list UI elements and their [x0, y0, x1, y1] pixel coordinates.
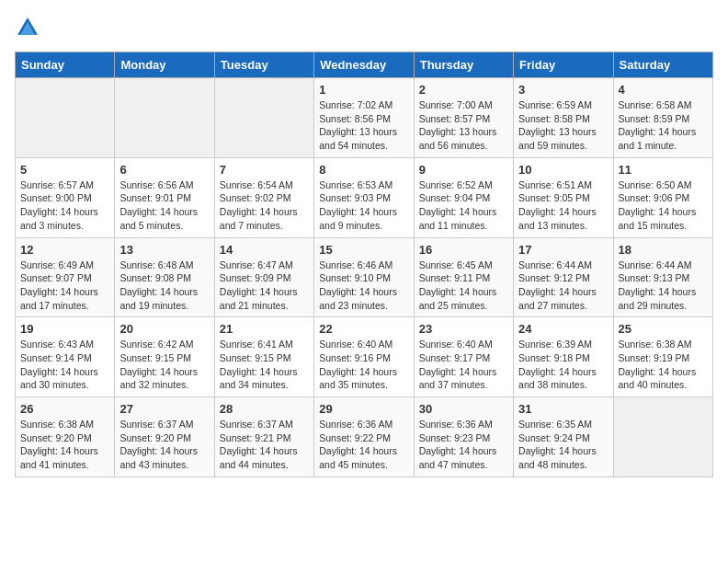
- weekday-header-thursday: Thursday: [414, 52, 513, 78]
- day-number: 19: [20, 322, 109, 336]
- day-number: 26: [20, 402, 109, 416]
- day-info: Sunrise: 6:37 AM Sunset: 9:20 PM Dayligh…: [119, 418, 209, 472]
- day-number: 14: [220, 243, 309, 257]
- day-info: Sunrise: 6:44 AM Sunset: 9:12 PM Dayligh…: [518, 259, 608, 313]
- day-number: 21: [220, 322, 309, 336]
- day-number: 9: [419, 163, 508, 177]
- calendar-cell: 23Sunrise: 6:40 AM Sunset: 9:17 PM Dayli…: [414, 317, 513, 397]
- day-number: 11: [619, 163, 708, 177]
- day-number: 5: [20, 163, 109, 177]
- calendar-cell: 29Sunrise: 6:36 AM Sunset: 9:22 PM Dayli…: [314, 397, 414, 477]
- calendar-table: SundayMondayTuesdayWednesdayThursdayFrid…: [15, 52, 713, 477]
- weekday-header-tuesday: Tuesday: [214, 52, 313, 78]
- logo: [15, 15, 44, 40]
- day-info: Sunrise: 6:35 AM Sunset: 9:24 PM Dayligh…: [518, 418, 608, 472]
- calendar-cell: [214, 78, 313, 158]
- day-info: Sunrise: 6:44 AM Sunset: 9:13 PM Dayligh…: [619, 259, 708, 313]
- day-number: 30: [419, 402, 508, 416]
- calendar-cell: 4Sunrise: 6:58 AM Sunset: 8:59 PM Daylig…: [613, 78, 712, 158]
- calendar-cell: [613, 397, 712, 477]
- weekday-header-sunday: Sunday: [16, 52, 115, 78]
- calendar-week-row: 12Sunrise: 6:49 AM Sunset: 9:07 PM Dayli…: [16, 237, 713, 317]
- calendar-cell: 21Sunrise: 6:41 AM Sunset: 9:15 PM Dayli…: [214, 317, 313, 397]
- calendar-cell: 3Sunrise: 6:59 AM Sunset: 8:58 PM Daylig…: [514, 78, 613, 158]
- day-number: 3: [518, 83, 608, 97]
- day-info: Sunrise: 6:36 AM Sunset: 9:23 PM Dayligh…: [419, 418, 508, 472]
- day-number: 7: [220, 163, 309, 177]
- calendar-cell: 22Sunrise: 6:40 AM Sunset: 9:16 PM Dayli…: [314, 317, 414, 397]
- calendar-cell: 16Sunrise: 6:45 AM Sunset: 9:11 PM Dayli…: [414, 237, 513, 317]
- calendar-cell: 13Sunrise: 6:48 AM Sunset: 9:08 PM Dayli…: [115, 237, 214, 317]
- day-info: Sunrise: 6:57 AM Sunset: 9:00 PM Dayligh…: [20, 178, 109, 233]
- weekday-header-row: SundayMondayTuesdayWednesdayThursdayFrid…: [16, 52, 713, 78]
- weekday-header-saturday: Saturday: [613, 52, 712, 78]
- day-info: Sunrise: 6:42 AM Sunset: 9:15 PM Dayligh…: [119, 338, 209, 392]
- calendar-cell: 12Sunrise: 6:49 AM Sunset: 9:07 PM Dayli…: [16, 237, 115, 317]
- day-number: 6: [119, 163, 209, 177]
- day-info: Sunrise: 6:36 AM Sunset: 9:22 PM Dayligh…: [319, 418, 408, 472]
- calendar-cell: 11Sunrise: 6:50 AM Sunset: 9:06 PM Dayli…: [613, 157, 712, 237]
- day-info: Sunrise: 6:39 AM Sunset: 9:18 PM Dayligh…: [518, 338, 608, 392]
- day-info: Sunrise: 6:38 AM Sunset: 9:19 PM Dayligh…: [619, 338, 708, 392]
- day-number: 31: [518, 402, 608, 416]
- day-number: 1: [319, 83, 408, 97]
- calendar-cell: [115, 78, 214, 158]
- calendar-cell: 19Sunrise: 6:43 AM Sunset: 9:14 PM Dayli…: [16, 317, 115, 397]
- calendar-cell: 17Sunrise: 6:44 AM Sunset: 9:12 PM Dayli…: [514, 237, 613, 317]
- day-info: Sunrise: 6:40 AM Sunset: 9:16 PM Dayligh…: [319, 338, 408, 392]
- calendar-cell: 20Sunrise: 6:42 AM Sunset: 9:15 PM Dayli…: [115, 317, 214, 397]
- calendar-cell: 10Sunrise: 6:51 AM Sunset: 9:05 PM Dayli…: [514, 157, 613, 237]
- day-info: Sunrise: 6:49 AM Sunset: 9:07 PM Dayligh…: [20, 259, 109, 313]
- day-number: 17: [518, 243, 608, 257]
- day-info: Sunrise: 6:58 AM Sunset: 8:59 PM Dayligh…: [619, 98, 708, 153]
- calendar-cell: 27Sunrise: 6:37 AM Sunset: 9:20 PM Dayli…: [115, 397, 214, 477]
- weekday-header-wednesday: Wednesday: [314, 52, 414, 78]
- day-number: 28: [220, 402, 309, 416]
- page-header: [15, 15, 713, 40]
- logo-icon: [15, 15, 40, 40]
- weekday-header-monday: Monday: [115, 52, 214, 78]
- calendar-cell: 26Sunrise: 6:38 AM Sunset: 9:20 PM Dayli…: [16, 397, 115, 477]
- calendar-cell: [16, 78, 115, 158]
- calendar-cell: 5Sunrise: 6:57 AM Sunset: 9:00 PM Daylig…: [16, 157, 115, 237]
- day-info: Sunrise: 6:51 AM Sunset: 9:05 PM Dayligh…: [518, 178, 608, 233]
- day-info: Sunrise: 6:56 AM Sunset: 9:01 PM Dayligh…: [119, 178, 209, 233]
- day-number: 25: [619, 322, 708, 336]
- day-number: 10: [518, 163, 608, 177]
- day-number: 24: [518, 322, 608, 336]
- calendar-cell: 1Sunrise: 7:02 AM Sunset: 8:56 PM Daylig…: [314, 78, 414, 158]
- day-number: 13: [119, 243, 209, 257]
- calendar-week-row: 1Sunrise: 7:02 AM Sunset: 8:56 PM Daylig…: [16, 78, 713, 158]
- calendar-cell: 2Sunrise: 7:00 AM Sunset: 8:57 PM Daylig…: [414, 78, 513, 158]
- day-number: 16: [419, 243, 508, 257]
- day-info: Sunrise: 7:00 AM Sunset: 8:57 PM Dayligh…: [419, 98, 508, 153]
- calendar-cell: 28Sunrise: 6:37 AM Sunset: 9:21 PM Dayli…: [214, 397, 313, 477]
- day-info: Sunrise: 6:40 AM Sunset: 9:17 PM Dayligh…: [419, 338, 508, 392]
- day-info: Sunrise: 7:02 AM Sunset: 8:56 PM Dayligh…: [319, 98, 408, 153]
- calendar-week-row: 19Sunrise: 6:43 AM Sunset: 9:14 PM Dayli…: [16, 317, 713, 397]
- calendar-cell: 30Sunrise: 6:36 AM Sunset: 9:23 PM Dayli…: [414, 397, 513, 477]
- day-number: 20: [119, 322, 209, 336]
- calendar-cell: 14Sunrise: 6:47 AM Sunset: 9:09 PM Dayli…: [214, 237, 313, 317]
- day-info: Sunrise: 6:59 AM Sunset: 8:58 PM Dayligh…: [518, 98, 608, 153]
- day-info: Sunrise: 6:47 AM Sunset: 9:09 PM Dayligh…: [220, 259, 309, 313]
- day-info: Sunrise: 6:37 AM Sunset: 9:21 PM Dayligh…: [220, 418, 309, 472]
- day-info: Sunrise: 6:46 AM Sunset: 9:10 PM Dayligh…: [319, 259, 408, 313]
- calendar-cell: 8Sunrise: 6:53 AM Sunset: 9:03 PM Daylig…: [314, 157, 414, 237]
- day-number: 4: [619, 83, 708, 97]
- calendar-week-row: 5Sunrise: 6:57 AM Sunset: 9:00 PM Daylig…: [16, 157, 713, 237]
- day-number: 23: [419, 322, 508, 336]
- day-info: Sunrise: 6:53 AM Sunset: 9:03 PM Dayligh…: [319, 178, 408, 233]
- day-info: Sunrise: 6:52 AM Sunset: 9:04 PM Dayligh…: [419, 178, 508, 233]
- calendar-cell: 25Sunrise: 6:38 AM Sunset: 9:19 PM Dayli…: [613, 317, 712, 397]
- calendar-cell: 24Sunrise: 6:39 AM Sunset: 9:18 PM Dayli…: [514, 317, 613, 397]
- day-number: 15: [319, 243, 408, 257]
- day-number: 2: [419, 83, 508, 97]
- day-number: 22: [319, 322, 408, 336]
- calendar-cell: 6Sunrise: 6:56 AM Sunset: 9:01 PM Daylig…: [115, 157, 214, 237]
- day-info: Sunrise: 6:43 AM Sunset: 9:14 PM Dayligh…: [20, 338, 109, 392]
- calendar-cell: 7Sunrise: 6:54 AM Sunset: 9:02 PM Daylig…: [214, 157, 313, 237]
- day-info: Sunrise: 6:54 AM Sunset: 9:02 PM Dayligh…: [220, 178, 309, 233]
- day-number: 12: [20, 243, 109, 257]
- calendar-cell: 15Sunrise: 6:46 AM Sunset: 9:10 PM Dayli…: [314, 237, 414, 317]
